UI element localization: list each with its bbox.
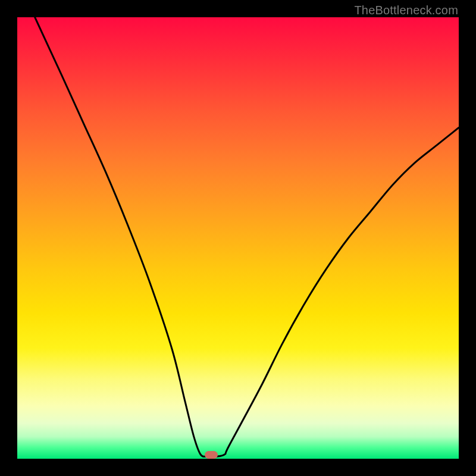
bottleneck-curve [17, 17, 459, 459]
watermark-text: TheBottleneck.com [354, 4, 458, 17]
chart-plot-area [17, 17, 459, 459]
minimum-marker [205, 451, 218, 459]
